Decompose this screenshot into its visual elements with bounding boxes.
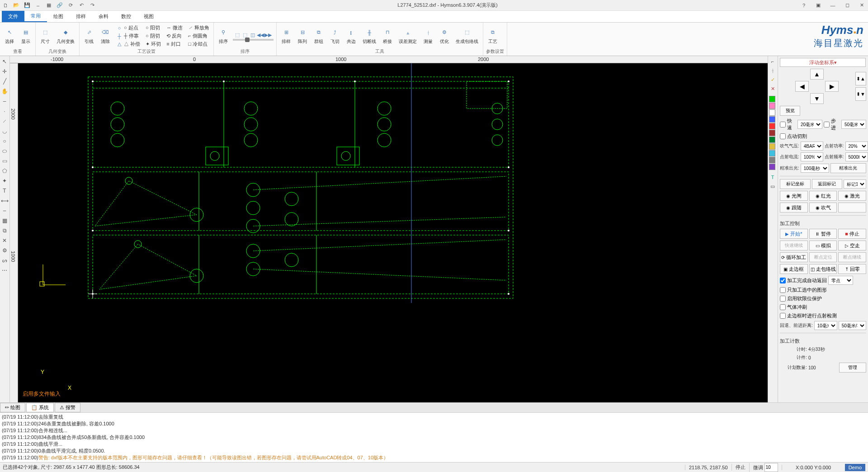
wrap-button[interactable]: ◫ 走包络线 <box>809 264 837 274</box>
open-icon[interactable]: 📂 <box>13 2 20 9</box>
tech-button[interactable]: ⧉工艺 <box>486 27 500 46</box>
gear-tool[interactable]: ⚙ <box>1 247 8 254</box>
fastcont-button[interactable]: 快速继续 <box>780 241 808 250</box>
layer-cyan[interactable] <box>769 150 775 156</box>
measure-button[interactable]: ⟊测量 <box>421 27 435 46</box>
gasflush-check[interactable]: 气体冲刷 <box>780 304 866 311</box>
fast-check[interactable]: 快速 <box>780 118 796 131</box>
z-up[interactable]: ⬍▲ <box>855 72 866 85</box>
polyline-tool[interactable]: ⟋ <box>1 118 8 125</box>
bracket-icon[interactable]: ⌐ <box>769 58 776 65</box>
fast-value[interactable]: 20毫米 <box>797 120 822 129</box>
polygon-tool[interactable]: ⬠ <box>1 167 8 175</box>
retreat-dist[interactable]: 10毫米 <box>814 321 837 330</box>
mark-coord-button[interactable]: 标记坐标 <box>780 179 811 189</box>
z-down[interactable]: ⬍▼ <box>855 87 866 101</box>
onlysel-check[interactable]: 只加工选中的图形 <box>780 287 866 293</box>
layer-white[interactable] <box>769 109 775 116</box>
pan-tool[interactable]: ✋ <box>1 88 8 95</box>
menu-common[interactable]: 常用 <box>24 11 47 22</box>
select-button[interactable]: ↖选择 <box>3 27 16 46</box>
arc-tool[interactable]: ◡ <box>1 127 8 135</box>
minimize-icon[interactable]: — <box>828 2 837 9</box>
sort-button[interactable]: ⚲排序 <box>217 27 230 46</box>
ring-cut[interactable]: ✦ 环切 <box>144 40 162 48</box>
group-button[interactable]: ⧉群组 <box>312 27 326 46</box>
blank-button[interactable] <box>838 203 866 212</box>
release-angle[interactable]: ⟋ 释放角 <box>187 24 211 32</box>
explode-tool[interactable]: ✕ <box>1 237 8 244</box>
mark-select[interactable]: 标记1 <box>844 179 866 189</box>
step-check[interactable]: 步进 <box>824 118 840 131</box>
blow-button[interactable]: ◉ 吹气 <box>809 203 837 212</box>
x-icon[interactable]: ✕ <box>769 85 776 92</box>
geom-button[interactable]: ◆几何变换 <box>55 27 76 46</box>
pointcut-check[interactable]: 点动切割 <box>780 133 866 140</box>
help-icon[interactable]: ? <box>799 2 808 9</box>
dim-tool[interactable]: ⟷ <box>1 197 8 204</box>
spiral-tool[interactable]: ᔕ <box>1 257 8 264</box>
start-point[interactable]: ○○ 起点 <box>115 24 142 32</box>
contour-button[interactable]: ⬚生成包络线 <box>454 27 480 46</box>
layer-yellow[interactable] <box>769 143 775 150</box>
start-button[interactable]: ▶ 开始* <box>780 229 808 239</box>
precout-button[interactable]: 精准出光 <box>830 163 866 173</box>
stop-button[interactable]: ■ 停止 <box>838 229 866 239</box>
outer-cut[interactable]: ○ 阳切 <box>144 24 162 32</box>
layer-pink[interactable] <box>769 103 775 109</box>
layer-maroon[interactable] <box>769 130 775 136</box>
ellipse-tool[interactable]: ⬭ <box>1 147 8 155</box>
cool-point[interactable]: □ 冷却点 <box>187 40 211 48</box>
menu-file[interactable]: 文件 <box>2 11 24 22</box>
more-tool[interactable]: ⋯ <box>1 267 8 274</box>
blow-pressure[interactable]: 4BAR <box>801 142 823 151</box>
sync-icon[interactable]: ⟳ <box>67 2 74 9</box>
redo-icon[interactable]: ↷ <box>89 2 96 9</box>
compensate[interactable]: △△ 补偿 <box>115 40 142 48</box>
jog-down[interactable]: ▼ <box>810 93 824 104</box>
framedet-check[interactable]: 走边框时进行点射检测 <box>780 312 866 319</box>
tab-system[interactable]: 📋 系统 <box>26 403 54 412</box>
layer-purple[interactable] <box>769 164 775 170</box>
show-button[interactable]: ▤显示 <box>19 27 33 46</box>
jog-left[interactable]: ◀ <box>795 81 809 92</box>
retreat-speed[interactable]: 50毫米/秒 <box>839 321 866 330</box>
dock[interactable]: ┼┼ 停靠 <box>115 32 142 40</box>
seg-icon[interactable]: ⟊ <box>769 67 776 74</box>
grid-icon[interactable]: ▦ <box>45 2 52 9</box>
circle-tool[interactable]: ○ <box>1 137 8 145</box>
close-icon[interactable]: ✕ <box>857 2 866 9</box>
laser-button[interactable]: ◉ 激光 <box>838 191 866 201</box>
measure-error-button[interactable]: ⟁误差测定 <box>397 27 419 46</box>
rect-tool[interactable]: ▭ <box>1 157 8 165</box>
layer-tool[interactable]: ▦ <box>1 217 8 224</box>
manage-button[interactable]: 管理 <box>839 363 866 373</box>
preview-button[interactable]: 预览 <box>780 106 800 116</box>
line-tool[interactable]: ╱ <box>1 78 8 85</box>
seal[interactable]: ≡ 封口 <box>165 40 184 48</box>
layer-dgreen[interactable] <box>769 137 775 143</box>
clear-button[interactable]: ⌫清除 <box>99 27 112 46</box>
fillet[interactable]: ⌐ 倒圆角 <box>187 32 211 40</box>
maximize-icon[interactable]: ◻ <box>843 2 852 9</box>
reverse[interactable]: ⟲ 反向 <box>165 32 184 40</box>
bpcont-button[interactable]: 断点继续 <box>838 252 866 262</box>
inner-cut[interactable]: ○ 阴切 <box>144 32 162 40</box>
sort-opts[interactable]: ⬚⬚◫◀◀▶▶ <box>233 31 274 38</box>
array-button[interactable]: ⊟阵列 <box>296 27 309 46</box>
menu-remnant[interactable]: 余料 <box>92 11 115 22</box>
fly-button[interactable]: ⤴飞切 <box>328 27 342 46</box>
cursor-tool[interactable]: ↖ <box>1 58 8 65</box>
bploc-button[interactable]: 断点定位 <box>809 252 837 262</box>
autoreturn-check[interactable]: 加工完成自动返回 <box>780 277 827 284</box>
text-tool[interactable]: T <box>1 187 8 194</box>
jog-up[interactable]: ▲ <box>810 69 824 80</box>
check-icon[interactable]: ✓ <box>769 76 776 83</box>
frame-button[interactable]: ▣ 走边框 <box>780 264 808 274</box>
home-button[interactable]: ⤒ 回零 <box>838 264 866 274</box>
group-tool[interactable]: ⧉ <box>1 227 8 234</box>
sort-slider[interactable] <box>233 39 274 41</box>
return-mark-button[interactable]: 返回标记 <box>812 179 843 189</box>
log-panel[interactable]: (07/19 11:12:00)去除重复线 (07/19 11:12:00)24… <box>0 412 868 462</box>
jog-right[interactable]: ▶ <box>825 81 839 92</box>
